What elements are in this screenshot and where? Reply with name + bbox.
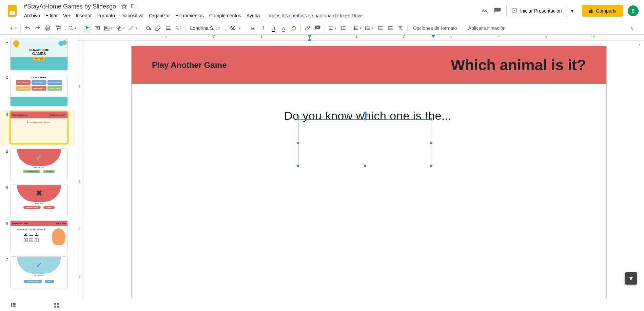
slide-header-shape[interactable]: Play Another Game Which animal is it? — [132, 46, 606, 84]
thumb-label: Which animal is it? — [50, 114, 65, 116]
rotation-handle[interactable] — [364, 112, 366, 114]
present-button[interactable]: Iniciar Presentación — [506, 5, 567, 17]
image-tool[interactable]: ▼ — [103, 24, 114, 33]
indent-decrease-button[interactable] — [375, 24, 385, 33]
activity-icon[interactable] — [481, 7, 489, 15]
font-family-select[interactable]: Londrina S...▼ — [188, 24, 223, 32]
menu-format[interactable]: Formato — [95, 12, 117, 20]
ruler-tick: 3 — [79, 275, 81, 278]
workspace: 1 #STAYATHOME GAMES Let's go! 2 OUR GAME… — [0, 35, 644, 299]
border-weight-button[interactable] — [163, 24, 173, 33]
ruler-tick: 1 — [79, 85, 81, 89]
italic-button[interactable]: I — [258, 24, 268, 33]
resize-handle-sw[interactable] — [297, 165, 299, 168]
svg-point-14 — [365, 26, 366, 27]
canvas-area[interactable]: 3 2 1 1 2 3 4 5 6 1 1 2 3 Play Another G… — [77, 35, 644, 299]
star-icon[interactable] — [121, 3, 128, 10]
format-options-button[interactable]: Opciones de formato — [410, 24, 461, 32]
thumb-cell: Let's do a puzzle! — [47, 86, 62, 91]
bold-button[interactable]: B — [248, 24, 258, 33]
slide-number: 1 — [3, 38, 8, 71]
apply-animation-button[interactable]: Aplicar animación — [465, 24, 509, 32]
resize-handle-e[interactable] — [430, 141, 433, 144]
slide-thumb-6[interactable]: 6 Play Another GameThe lost letter Do yo… — [0, 220, 76, 253]
move-folder-icon[interactable] — [130, 3, 137, 10]
thumb-label: C — [24, 232, 27, 236]
line-tool[interactable]: ▼ — [127, 24, 139, 33]
new-slide-button[interactable]: ▼ — [7, 24, 18, 33]
comment-button[interactable] — [313, 24, 323, 33]
slide-canvas[interactable]: Play Another Game Which animal is it? Do… — [132, 46, 606, 299]
link-button[interactable] — [303, 24, 312, 33]
bullet-list-button[interactable]: ▼ — [364, 24, 375, 33]
thumb-label — [30, 232, 33, 236]
horizontal-ruler[interactable]: 3 2 1 1 2 3 4 5 6 — [77, 35, 644, 41]
resize-handle-n[interactable] — [364, 118, 366, 121]
ruler-tick: 1 — [79, 180, 81, 183]
slide-thumb-7[interactable]: 7 ✓ YEEEEES! Play Another GameNext — [0, 256, 76, 289]
fill-color-button[interactable] — [143, 24, 153, 33]
slides-logo[interactable] — [5, 4, 19, 18]
collapse-sidebar-button[interactable]: ‹ — [636, 38, 643, 52]
resize-handle-ne[interactable] — [430, 118, 433, 121]
clear-format-button[interactable] — [396, 24, 405, 33]
selection-box[interactable] — [298, 119, 431, 166]
menu-edit[interactable]: Editar — [43, 12, 60, 20]
account-avatar[interactable]: E — [628, 5, 639, 16]
share-button[interactable]: Compartir — [582, 5, 623, 17]
line-spacing-button[interactable] — [338, 24, 348, 33]
resize-handle-s[interactable] — [364, 165, 366, 168]
slide-number: 7 — [3, 256, 8, 289]
numbered-list-button[interactable]: 123▼ — [352, 24, 363, 33]
zoom-button[interactable]: ▼ — [67, 24, 78, 33]
present-dropdown[interactable]: ▼ — [567, 5, 577, 17]
slide-thumb-1[interactable]: 1 #STAYATHOME GAMES Let's go! — [0, 38, 76, 71]
menu-help[interactable]: Ayuda — [244, 12, 262, 20]
slide-panel[interactable]: 1 #STAYATHOME GAMES Let's go! 2 OUR GAME… — [0, 35, 77, 299]
explore-button[interactable] — [625, 272, 637, 285]
select-tool[interactable] — [82, 24, 92, 33]
filmstrip-view-icon[interactable] — [10, 302, 16, 308]
doc-title[interactable]: #StayAtHome Games by Slidesgo — [22, 2, 118, 11]
indent-marker-icon[interactable] — [308, 38, 311, 41]
print-button[interactable] — [43, 24, 53, 33]
menu-tools[interactable]: Herramientas — [173, 12, 206, 20]
menu-slide[interactable]: Diapositiva — [118, 12, 146, 20]
bottom-bar — [0, 299, 644, 311]
slide-thumb-3[interactable]: 3 Play Another GameWhich animal is it? D… — [0, 110, 76, 145]
text-color-button[interactable]: A — [279, 24, 288, 33]
menu-file[interactable]: Archivo — [22, 12, 42, 20]
menu-addons[interactable]: Complementos — [207, 12, 243, 20]
comments-icon[interactable] — [493, 7, 502, 15]
textbox-tool[interactable] — [93, 24, 102, 33]
resize-handle-w[interactable] — [297, 141, 299, 144]
border-dash-button[interactable] — [174, 24, 183, 33]
save-status[interactable]: Todos los cambios se han guardado en Dri… — [268, 12, 363, 20]
resize-handle-nw[interactable] — [297, 118, 299, 121]
header-left-text[interactable]: Play Another Game — [152, 60, 227, 70]
menu-insert[interactable]: Insertar — [73, 12, 94, 20]
grid-view-icon[interactable] — [54, 302, 60, 308]
highlight-button[interactable] — [289, 24, 298, 33]
indent-increase-button[interactable] — [386, 24, 395, 33]
undo-button[interactable] — [23, 24, 32, 33]
slide-thumb-4[interactable]: 4 ✓ YEEEEES! Play Another GamePlay Again — [0, 149, 76, 181]
slide-thumb-2[interactable]: 2 OUR GAMES Which animal is it? The lost… — [0, 74, 76, 106]
border-color-button[interactable] — [153, 24, 163, 33]
redo-button[interactable] — [33, 24, 42, 33]
menu-arrange[interactable]: Organizar — [147, 12, 172, 20]
toolbar-overflow-button[interactable]: ∧ — [627, 24, 637, 33]
menu-view[interactable]: Ver — [61, 12, 73, 20]
indent-marker-icon[interactable] — [308, 35, 311, 38]
shape-tool[interactable]: ▼ — [115, 24, 126, 33]
header-right-text[interactable]: Which animal is it? — [451, 57, 586, 74]
indent-marker-icon[interactable] — [432, 35, 435, 38]
rotation-line — [365, 114, 365, 118]
resize-handle-se[interactable] — [430, 165, 433, 168]
vertical-ruler[interactable]: 1 1 2 3 — [77, 41, 83, 299]
slide-thumb-5[interactable]: 5 ✖ OOOOPS!! Play Another GameTry Again — [0, 184, 76, 217]
paint-format-button[interactable] — [53, 24, 63, 33]
font-size-select[interactable]: 60▼ — [228, 24, 244, 32]
align-button[interactable]: ▼ — [327, 24, 338, 33]
underline-button[interactable]: U — [269, 24, 278, 33]
